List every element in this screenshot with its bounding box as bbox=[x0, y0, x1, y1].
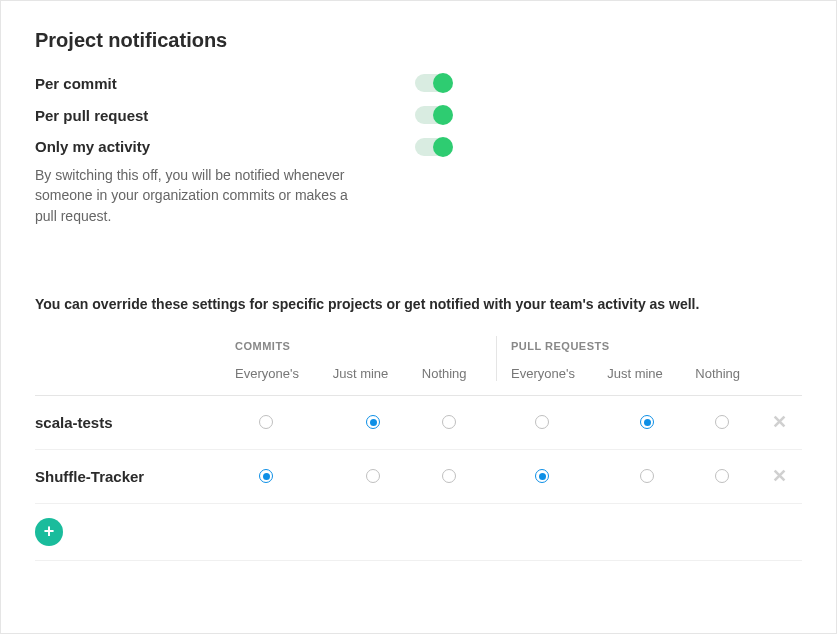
radio-pull-requests[interactable] bbox=[715, 415, 729, 429]
table-row: scala-tests✕ bbox=[35, 396, 802, 450]
radio-commits[interactable] bbox=[366, 469, 380, 483]
column-commits-just-mine: Just mine bbox=[319, 366, 403, 381]
radio-commits[interactable] bbox=[366, 415, 380, 429]
column-commits-nothing: Nothing bbox=[402, 366, 486, 381]
column-pr-everyones: Everyone's bbox=[511, 366, 594, 381]
close-icon[interactable]: ✕ bbox=[772, 465, 787, 487]
project-name: scala-tests bbox=[35, 414, 235, 431]
radio-pull-requests[interactable] bbox=[715, 469, 729, 483]
override-note: You can override these settings for spec… bbox=[35, 296, 802, 312]
toggle-row-per-pull-request: Per pull request bbox=[35, 106, 802, 124]
add-project-row: + bbox=[35, 504, 802, 561]
radio-pull-requests[interactable] bbox=[640, 469, 654, 483]
table-header: COMMITS Everyone's Just mine Nothing PUL… bbox=[35, 340, 802, 396]
column-group-pull-requests-title: PULL REQUESTS bbox=[511, 340, 759, 352]
help-text-only-my-activity: By switching this off, you will be notif… bbox=[35, 165, 355, 226]
radio-commits[interactable] bbox=[442, 415, 456, 429]
add-project-button[interactable]: + bbox=[35, 518, 63, 546]
column-pr-nothing: Nothing bbox=[676, 366, 759, 381]
toggle-row-per-commit: Per commit bbox=[35, 74, 802, 92]
close-icon[interactable]: ✕ bbox=[772, 411, 787, 433]
toggle-switch-per-pull-request[interactable] bbox=[415, 106, 451, 124]
toggle-switch-per-commit[interactable] bbox=[415, 74, 451, 92]
radio-commits[interactable] bbox=[259, 415, 273, 429]
toggle-row-only-my-activity: Only my activity By switching this off, … bbox=[35, 138, 802, 226]
project-overrides-table: COMMITS Everyone's Just mine Nothing PUL… bbox=[35, 340, 802, 561]
project-name: Shuffle-Tracker bbox=[35, 468, 235, 485]
table-row: Shuffle-Tracker✕ bbox=[35, 450, 802, 504]
plus-icon: + bbox=[44, 521, 55, 542]
radio-pull-requests[interactable] bbox=[535, 415, 549, 429]
radio-commits[interactable] bbox=[259, 469, 273, 483]
column-group-commits-title: COMMITS bbox=[235, 340, 486, 352]
toggle-label-per-commit: Per commit bbox=[35, 75, 415, 92]
column-pr-just-mine: Just mine bbox=[594, 366, 677, 381]
toggle-label-only-my-activity: Only my activity bbox=[35, 138, 415, 155]
toggle-label-per-pull-request: Per pull request bbox=[35, 107, 415, 124]
radio-pull-requests[interactable] bbox=[535, 469, 549, 483]
toggle-switch-only-my-activity[interactable] bbox=[415, 138, 451, 156]
radio-commits[interactable] bbox=[442, 469, 456, 483]
notifications-panel: Project notifications Per commit Per pul… bbox=[0, 0, 837, 634]
radio-pull-requests[interactable] bbox=[640, 415, 654, 429]
page-title: Project notifications bbox=[35, 29, 802, 52]
column-commits-everyones: Everyone's bbox=[235, 366, 319, 381]
